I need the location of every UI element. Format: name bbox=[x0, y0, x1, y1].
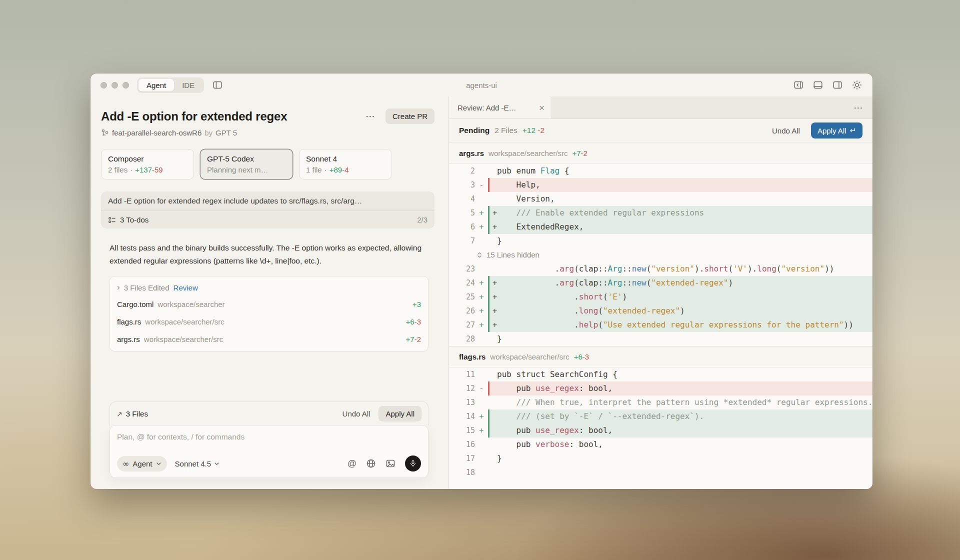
file-row-cargo-toml[interactable]: Cargo.toml workspace/searcher +3 bbox=[117, 296, 421, 313]
line-number: 5 bbox=[449, 206, 475, 220]
file-path: workspace/searcher/src bbox=[145, 318, 402, 326]
diff-line: 24++ .arg(clap::Arg::new("extended-regex… bbox=[449, 276, 872, 290]
agent-card-status: Planning next m… bbox=[207, 166, 268, 174]
tab-ide[interactable]: IDE bbox=[174, 79, 202, 92]
globe-icon[interactable] bbox=[366, 458, 376, 468]
diff-marker: + bbox=[475, 410, 488, 424]
apply-all-button[interactable]: Apply All ↵ bbox=[811, 122, 862, 138]
create-pr-button[interactable]: Create PR bbox=[386, 108, 434, 124]
inline-diff-marker: + bbox=[492, 206, 497, 220]
inline-diff-marker: + bbox=[492, 220, 497, 234]
diff-file-name: args.rs bbox=[459, 149, 484, 158]
diff-line: 12- pub use_regex: bool, bbox=[449, 382, 872, 396]
diff-file-path: workspace/searcher/src bbox=[488, 149, 568, 158]
diff-line: 25++ .short('E') bbox=[449, 290, 872, 304]
removed-count: -2 bbox=[414, 335, 421, 344]
minimize-window-button[interactable] bbox=[112, 82, 118, 88]
return-key-icon: ↵ bbox=[850, 126, 856, 135]
line-number: 14 bbox=[449, 410, 475, 424]
review-link[interactable]: Review bbox=[174, 284, 198, 292]
tab-agent[interactable]: Agent bbox=[138, 79, 174, 92]
agent-card-files: 1 file bbox=[306, 166, 322, 174]
hidden-lines-label: 15 Lines hidden bbox=[486, 248, 540, 262]
undo-all-button[interactable]: Undo All bbox=[338, 406, 376, 421]
diff-marker bbox=[475, 368, 488, 382]
file-path: workspace/searcher bbox=[158, 300, 408, 308]
diff-marker: + bbox=[475, 206, 488, 220]
mention-icon[interactable]: @ bbox=[348, 458, 356, 469]
diff-marker: + bbox=[475, 318, 488, 332]
gear-icon[interactable] bbox=[852, 80, 862, 90]
hidden-lines-toggle[interactable]: 15 Lines hidden bbox=[449, 248, 872, 262]
diff-line: 16 pub verbose: bool, bbox=[449, 438, 872, 452]
file-row-args-rs[interactable]: args.rs workspace/searcher/src +7-2 bbox=[117, 330, 421, 348]
window-controls[interactable] bbox=[100, 82, 129, 88]
diff-file-section: args.rsworkspace/searcher/src+7-22pub en… bbox=[449, 142, 872, 346]
composer-input[interactable]: Plan, @ for contexts, / for commands bbox=[117, 432, 421, 442]
close-window-button[interactable] bbox=[100, 82, 107, 88]
review-files-count: 2 Files bbox=[494, 126, 518, 135]
diff-line: 3- Help, bbox=[449, 178, 872, 192]
dot-separator: · bbox=[130, 166, 132, 174]
code-text: } bbox=[497, 334, 502, 344]
agent-card-name: Composer bbox=[108, 154, 187, 164]
zoom-window-button[interactable] bbox=[122, 82, 129, 88]
diff-marker: - bbox=[475, 178, 488, 192]
composer-box: Plan, @ for contexts, / for commands ∞ A… bbox=[110, 425, 428, 478]
image-icon[interactable] bbox=[386, 458, 396, 468]
model-selector[interactable]: Sonnet 4.5 bbox=[175, 460, 220, 468]
microphone-button[interactable] bbox=[405, 456, 421, 472]
removed-count: -2 bbox=[581, 149, 588, 158]
file-row-flags-rs[interactable]: flags.rs workspace/searcher/src +6-3 bbox=[117, 313, 421, 330]
line-number: 2 bbox=[449, 164, 475, 178]
pending-files-count[interactable]: 3 Files bbox=[126, 410, 334, 418]
line-number: 15 bbox=[449, 424, 475, 438]
line-number: 27 bbox=[449, 318, 475, 332]
inline-diff-marker: + bbox=[492, 304, 497, 318]
diff-file-header[interactable]: args.rsworkspace/searcher/src+7-2 bbox=[449, 142, 872, 164]
diff-line: 28} bbox=[449, 332, 872, 346]
code-text: .help("Use extended regular expressions … bbox=[497, 320, 854, 330]
diff-line: 23 .arg(clap::Arg::new("version").short(… bbox=[449, 262, 872, 276]
line-number: 3 bbox=[449, 178, 475, 192]
panel-menu-button[interactable]: ⋯ bbox=[844, 102, 872, 114]
bottom-panel-icon[interactable] bbox=[812, 80, 824, 90]
tab-review[interactable]: Review: Add -E… × bbox=[449, 96, 552, 118]
agent-card-sonnet4[interactable]: Sonnet 4 1 file·+89-4 bbox=[299, 149, 392, 180]
diff-file-header[interactable]: flags.rsworkspace/searcher/src+6-3 bbox=[449, 346, 872, 368]
mode-label: Agent bbox=[132, 460, 152, 468]
removed-count: -3 bbox=[414, 318, 421, 326]
diff-area: args.rsworkspace/searcher/src+7-22pub en… bbox=[449, 142, 872, 489]
files-edited-header: 3 Files Edited bbox=[124, 284, 170, 292]
undo-all-button[interactable]: Undo All bbox=[767, 124, 805, 138]
diff-file-section: flags.rsworkspace/searcher/src+6-311pub … bbox=[449, 346, 872, 480]
chevron-right-icon[interactable]: › bbox=[117, 282, 120, 292]
apply-all-button[interactable]: Apply All bbox=[378, 406, 422, 422]
agent-card-composer[interactable]: Composer 2 files·+137-59 bbox=[101, 149, 194, 180]
code-text: ExtendedRegex, bbox=[497, 222, 584, 232]
branch-name[interactable]: feat-parallel-search-oswR6 bbox=[112, 128, 202, 137]
diff-marker bbox=[475, 262, 488, 276]
branch-author: GPT 5 bbox=[216, 128, 237, 137]
chevron-down-icon bbox=[214, 461, 220, 466]
code-text: pub verbose: bool, bbox=[497, 440, 603, 449]
task-menu-button[interactable]: ⋯ bbox=[362, 110, 378, 123]
todo-list-icon bbox=[108, 216, 116, 224]
agent-card-gpt5-codex[interactable]: GPT-5 Codex Planning next m… bbox=[200, 149, 293, 180]
titlebar: Agent IDE agents-ui bbox=[90, 74, 872, 96]
mode-selector[interactable]: ∞ Agent bbox=[117, 456, 167, 472]
right-panel-icon[interactable] bbox=[832, 80, 843, 90]
line-number: 11 bbox=[449, 368, 475, 382]
sidebar-toggle-icon[interactable] bbox=[212, 80, 223, 90]
tab-title: Review: Add -E… bbox=[458, 104, 533, 112]
diff-line: 11pub struct SearchConfig { bbox=[449, 368, 872, 382]
agent-card-name: Sonnet 4 bbox=[306, 154, 385, 164]
close-icon[interactable]: × bbox=[538, 103, 546, 112]
diff-marker: + bbox=[475, 220, 488, 234]
diff-marker: + bbox=[475, 276, 488, 290]
todos-row[interactable]: 3 To-dos 2/3 bbox=[101, 210, 434, 228]
diff-line: 7} bbox=[449, 234, 872, 248]
collapse-left-panel-icon[interactable] bbox=[793, 80, 804, 90]
line-number: 7 bbox=[449, 234, 475, 248]
line-number: 6 bbox=[449, 220, 475, 234]
